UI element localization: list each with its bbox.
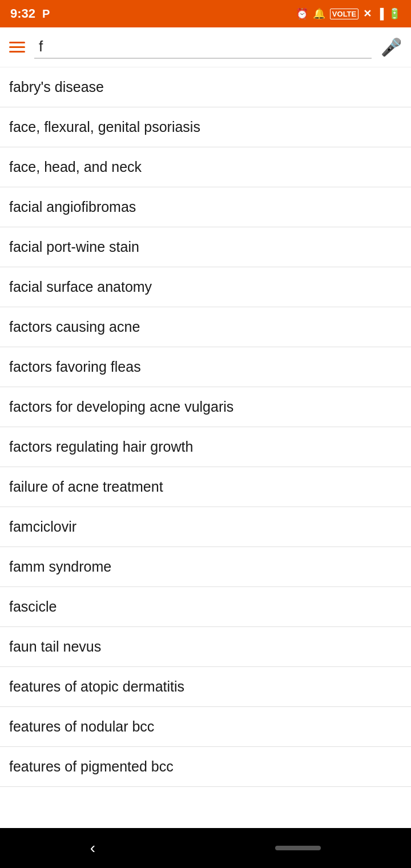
list-item-text: factors favoring fleas <box>9 359 141 375</box>
list-item[interactable]: famciclovir <box>0 507 411 547</box>
list-item-text: facial port-wine stain <box>9 239 139 255</box>
mute-icon: 🔔 <box>313 7 325 20</box>
list-item-text: facial surface anatomy <box>9 279 152 295</box>
list-item-text: features of pigmented bcc <box>9 758 174 775</box>
volte-icon: VOLTE <box>330 9 358 19</box>
list-item-text: features of nodular bcc <box>9 718 154 735</box>
list-item-text: failure of acne treatment <box>9 479 163 495</box>
alarm-icon: ⏰ <box>296 7 308 20</box>
list-item-text: facial angiofibromas <box>9 199 136 215</box>
list-item-text: fabry's disease <box>9 79 104 95</box>
bottom-nav-bar: ‹ <box>0 828 411 868</box>
list-item[interactable]: facial port-wine stain <box>0 227 411 267</box>
list-item[interactable]: features of atopic dermatitis <box>0 667 411 707</box>
list-item[interactable]: famm syndrome <box>0 547 411 587</box>
list-item[interactable]: features of nodular bcc <box>0 707 411 747</box>
list-item[interactable]: face, flexural, genital psoriasis <box>0 107 411 147</box>
list-item[interactable]: facial surface anatomy <box>0 267 411 307</box>
list-item-text: face, head, and neck <box>9 159 142 175</box>
list-item-text: factors regulating hair growth <box>9 439 193 455</box>
mic-icon[interactable]: 🎤 <box>381 37 402 57</box>
list-item-text: features of atopic dermatitis <box>9 678 184 695</box>
x-icon: ✕ <box>363 7 372 20</box>
list-item[interactable]: failure of acne treatment <box>0 467 411 507</box>
battery-icon: 🔋 <box>388 7 401 20</box>
status-right: ⏰ 🔔 VOLTE ✕ ▐ 🔋 <box>296 7 401 20</box>
back-button[interactable]: ‹ <box>90 839 95 857</box>
search-input[interactable] <box>34 35 372 59</box>
list-item[interactable]: faun tail nevus <box>0 627 411 667</box>
list-item[interactable]: factors for developing acne vulgaris <box>0 387 411 427</box>
list-item-text: factors for developing acne vulgaris <box>9 399 233 415</box>
status-carrier: P <box>42 7 50 21</box>
list-item[interactable]: factors causing acne <box>0 307 411 347</box>
search-bar: 🎤 <box>0 27 411 67</box>
status-time: 9:32 <box>10 6 35 21</box>
list-item[interactable]: fascicle <box>0 587 411 627</box>
list-item-text: faun tail nevus <box>9 638 101 655</box>
list-item-text: fascicle <box>9 598 57 615</box>
list-item-text: face, flexural, genital psoriasis <box>9 119 200 135</box>
list-item[interactable]: features of pigmented bcc <box>0 747 411 787</box>
search-results-list: fabry's diseaseface, flexural, genital p… <box>0 67 411 787</box>
list-item-text: factors causing acne <box>9 319 140 335</box>
list-item[interactable]: fabry's disease <box>0 67 411 107</box>
list-item-text: famm syndrome <box>9 558 111 575</box>
list-item[interactable]: factors regulating hair growth <box>0 427 411 467</box>
status-bar: 9:32 P ⏰ 🔔 VOLTE ✕ ▐ 🔋 <box>0 0 411 27</box>
list-item[interactable]: factors favoring fleas <box>0 347 411 387</box>
signal-icon: ▐ <box>376 8 384 20</box>
menu-button[interactable] <box>9 42 25 53</box>
home-indicator[interactable] <box>275 846 321 850</box>
list-item[interactable]: face, head, and neck <box>0 147 411 187</box>
status-left: 9:32 P <box>10 6 50 21</box>
list-item[interactable]: facial angiofibromas <box>0 187 411 227</box>
list-item-text: famciclovir <box>9 519 76 535</box>
